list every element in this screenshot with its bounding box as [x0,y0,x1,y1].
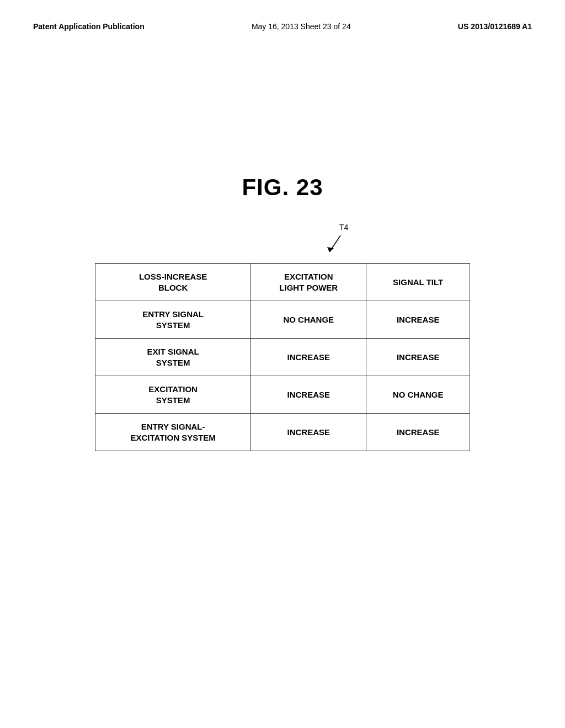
table-cell: INCREASE [251,339,366,376]
table-cell: ENTRY SIGNAL-EXCITATION SYSTEM [95,414,251,451]
table-cell: INCREASE [366,301,470,339]
table-cell: INCREASE [366,414,470,451]
svg-marker-1 [327,247,334,252]
table-row: EXCITATIONSYSTEMINCREASENO CHANGE [95,376,470,414]
data-table: LOSS-INCREASEBLOCKEXCITATIONLIGHT POWERS… [95,263,470,451]
table-cell: NO CHANGE [366,376,470,414]
table-row: EXIT SIGNALSYSTEMINCREASEINCREASE [95,339,470,376]
page-container: Patent Application Publication May 16, 2… [0,0,565,728]
header-left: Patent Application Publication [33,22,145,31]
table-cell: EXIT SIGNALSYSTEM [95,339,251,376]
table-row: ENTRY SIGNAL-EXCITATION SYSTEMINCREASEIN… [95,414,470,451]
table-cell: INCREASE [251,414,366,451]
header-center: May 16, 2013 Sheet 23 of 24 [252,22,351,31]
t4-arrow-icon [324,233,351,255]
t4-label: T4 [339,223,348,232]
figure-title: FIG. 23 [33,174,532,201]
page-header: Patent Application Publication May 16, 2… [33,22,532,31]
data-table-wrapper: LOSS-INCREASEBLOCKEXCITATIONLIGHT POWERS… [33,263,532,451]
table-cell: EXCITATIONSYSTEM [95,376,251,414]
table-header-cell: LOSS-INCREASEBLOCK [95,264,251,301]
table-cell: INCREASE [366,339,470,376]
table-cell: INCREASE [251,376,366,414]
header-right: US 2013/0121689 A1 [458,22,532,31]
t4-reference-row: T4 [33,223,532,255]
table-header-cell: EXCITATIONLIGHT POWER [251,264,366,301]
table-header-cell: SIGNAL TILT [366,264,470,301]
table-cell: NO CHANGE [251,301,366,339]
table-cell: ENTRY SIGNALSYSTEM [95,301,251,339]
table-row: ENTRY SIGNALSYSTEMNO CHANGEINCREASE [95,301,470,339]
